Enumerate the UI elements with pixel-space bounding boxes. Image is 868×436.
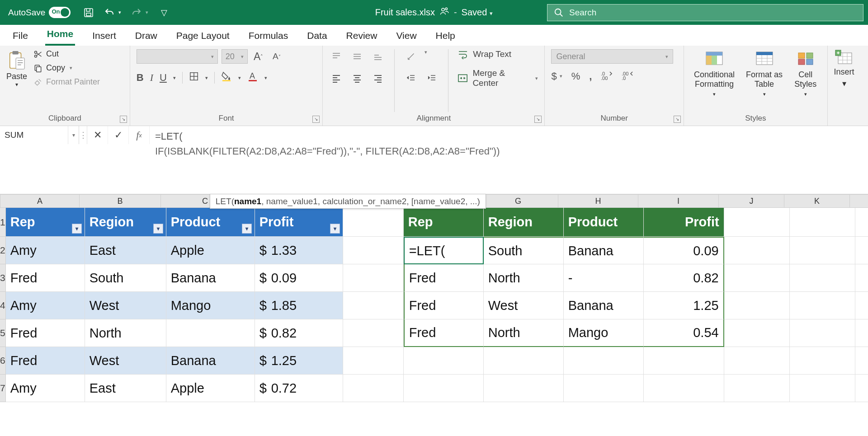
cell[interactable]: West — [484, 292, 564, 319]
cell[interactable]: $ 1.33 — [255, 237, 343, 264]
cell[interactable]: North — [85, 319, 166, 347]
redo-dropdown-icon[interactable]: ▾ — [146, 9, 148, 15]
row-header-6[interactable]: 6 — [0, 347, 6, 375]
cell[interactable]: $ 0.82 — [255, 319, 343, 347]
cell[interactable]: $ 1.25 — [255, 347, 343, 375]
cell-styles-button[interactable]: Cell Styles▾ — [790, 49, 821, 97]
filter-dropdown-icon[interactable]: ▾ — [330, 224, 340, 234]
cell[interactable]: Fred — [6, 264, 85, 292]
cell[interactable]: - — [564, 264, 644, 292]
cell[interactable]: East — [85, 237, 166, 264]
insert-function-button[interactable]: fx — [129, 126, 150, 144]
column-header-J[interactable]: J — [719, 195, 784, 207]
cell[interactable]: Amy — [6, 375, 85, 402]
qat-customize-icon[interactable]: ▽ — [161, 8, 167, 18]
wrap-text-button[interactable]: Wrap Text — [458, 49, 538, 59]
increase-indent-icon[interactable] — [425, 71, 439, 85]
decrease-font-icon[interactable]: A˅ — [269, 49, 284, 64]
column-header-H[interactable]: H — [558, 195, 638, 207]
insert-cells-button[interactable]: Insert ▾ — [834, 49, 854, 89]
cell[interactable]: 0.54 — [644, 319, 724, 347]
cell[interactable]: Banana — [564, 292, 644, 319]
font-name-combo[interactable]: ▾ — [137, 49, 218, 64]
filter-dropdown-icon[interactable]: ▾ — [153, 224, 163, 234]
tab-help[interactable]: Help — [434, 26, 457, 46]
right-table-header[interactable]: Product — [564, 208, 644, 237]
increase-decimal-button[interactable]: .0.00 — [601, 70, 613, 82]
number-format-combo[interactable]: General▾ — [551, 49, 673, 64]
save-icon[interactable] — [83, 7, 94, 18]
dialog-launcher-icon[interactable]: ↘ — [674, 116, 681, 123]
dialog-launcher-icon[interactable]: ↘ — [120, 116, 127, 123]
cell[interactable]: Banana — [166, 347, 255, 375]
merge-center-button[interactable]: Merge & Center ▾ — [458, 68, 538, 88]
chevron-down-icon[interactable]: ▾ — [238, 75, 241, 81]
column-header-I[interactable]: I — [638, 195, 719, 207]
cell[interactable]: Amy — [6, 292, 85, 319]
decrease-indent-icon[interactable] — [404, 71, 418, 85]
decrease-decimal-button[interactable]: .00.0 — [622, 70, 633, 82]
left-table-header[interactable]: Region▾ — [85, 208, 166, 237]
save-status[interactable]: Saved — [462, 7, 493, 18]
row-header-5[interactable]: 5 — [0, 319, 6, 347]
row-header-4[interactable]: 4 — [0, 292, 6, 319]
align-middle-icon[interactable] — [350, 49, 364, 64]
shared-icon[interactable] — [439, 6, 449, 19]
comma-format-button[interactable]: , — [589, 70, 592, 82]
cell[interactable]: Mango — [166, 292, 255, 319]
cell[interactable]: $ 1.85 — [255, 292, 343, 319]
column-header-K[interactable]: K — [784, 195, 850, 207]
chevron-down-icon[interactable]: ▾ — [68, 126, 79, 144]
italic-button[interactable]: I — [150, 72, 153, 84]
increase-font-icon[interactable]: A˄ — [251, 49, 266, 64]
align-right-icon[interactable] — [371, 71, 385, 85]
column-header-B[interactable]: B — [80, 195, 161, 207]
left-table-header[interactable]: Product▾ — [166, 208, 255, 237]
cell[interactable]: East — [85, 375, 166, 402]
search-input[interactable] — [569, 8, 857, 18]
toggle-switch[interactable]: On — [49, 7, 71, 18]
chevron-down-icon[interactable]: ▾ — [70, 65, 72, 71]
fill-color-button[interactable] — [221, 71, 232, 84]
chevron-down-icon[interactable]: ▾ — [560, 73, 562, 79]
redo-icon[interactable] — [131, 7, 142, 18]
tab-formulas[interactable]: Formulas — [247, 26, 290, 46]
dialog-launcher-icon[interactable]: ↘ — [534, 116, 542, 123]
tab-draw[interactable]: Draw — [133, 26, 159, 46]
chevron-down-icon[interactable]: ▾ — [425, 49, 427, 64]
percent-format-button[interactable]: % — [571, 70, 580, 82]
tab-insert[interactable]: Insert — [90, 26, 118, 46]
column-header-G[interactable]: G — [478, 195, 558, 207]
chevron-down-icon[interactable]: ▾ — [15, 81, 18, 88]
align-top-icon[interactable] — [329, 49, 344, 64]
active-cell[interactable]: =LET( — [404, 237, 484, 264]
right-table-header[interactable]: Rep — [404, 208, 484, 237]
row-header-2[interactable]: 2 — [0, 237, 6, 264]
filter-dropdown-icon[interactable]: ▾ — [242, 224, 252, 234]
row-header-1[interactable]: 1 — [0, 208, 6, 237]
orientation-icon[interactable] — [404, 49, 418, 64]
cell[interactable] — [166, 319, 255, 347]
accounting-format-button[interactable]: $ — [551, 70, 557, 82]
cell[interactable]: West — [85, 347, 166, 375]
left-table-header[interactable]: Rep▾ — [6, 208, 85, 237]
left-table-header[interactable]: Profit▾ — [255, 208, 343, 237]
column-header-A[interactable]: A — [0, 195, 80, 207]
tab-file[interactable]: File — [11, 26, 30, 46]
enter-formula-button[interactable]: ✓ — [108, 126, 129, 144]
tab-view[interactable]: View — [394, 26, 418, 46]
chevron-down-icon[interactable]: ▾ — [264, 75, 267, 81]
cell[interactable]: North — [484, 319, 564, 347]
cells-area[interactable]: Rep▾Region▾Product▾Profit▾RepRegionProdu… — [6, 208, 868, 402]
row-header-3[interactable]: 3 — [0, 264, 6, 292]
right-table-header[interactable]: Region — [484, 208, 564, 237]
align-left-icon[interactable] — [329, 71, 344, 85]
align-bottom-icon[interactable] — [371, 49, 385, 64]
cell[interactable]: Apple — [166, 375, 255, 402]
tab-review[interactable]: Review — [344, 26, 379, 46]
autosave-toggle[interactable]: AutoSave On — [8, 7, 71, 18]
cell[interactable]: Fred — [6, 319, 85, 347]
chevron-down-icon[interactable]: ▾ — [205, 75, 208, 81]
cell[interactable]: Fred — [404, 264, 484, 292]
cell[interactable]: Banana — [166, 264, 255, 292]
